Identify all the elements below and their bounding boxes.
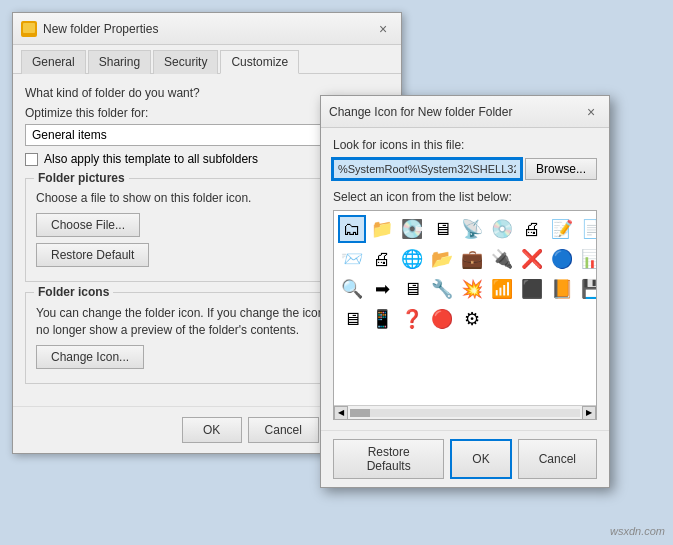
change-icon-dialog: Change Icon for New folder Folder × Look… (320, 95, 610, 488)
tab-sharing[interactable]: Sharing (88, 50, 151, 74)
scroll-left-arrow[interactable]: ◀ (334, 406, 348, 420)
select-icon-label: Select an icon from the list below: (333, 190, 597, 204)
checkbox-label: Also apply this template to all subfolde… (44, 152, 258, 166)
tab-security[interactable]: Security (153, 50, 218, 74)
icon-cell[interactable]: 🌐 (398, 245, 426, 273)
window-title: New folder Properties (43, 22, 158, 36)
icon-cell[interactable]: 🖨 (368, 245, 396, 273)
title-bar-left: New folder Properties (21, 21, 158, 37)
icon-cell[interactable]: 🗂 (338, 215, 366, 243)
icon-cell[interactable]: 📡 (458, 215, 486, 243)
icon-cell[interactable]: 💽 (398, 215, 426, 243)
icon-cell[interactable]: 🔧 (428, 275, 456, 303)
icon-cell[interactable]: 🖥 (338, 305, 366, 333)
icon-cell[interactable]: 📨 (338, 245, 366, 273)
icon-cell[interactable]: 📄 (578, 215, 597, 243)
restore-default-button[interactable]: Restore Default (36, 243, 149, 267)
scroll-right-arrow[interactable]: ▶ (582, 406, 596, 420)
file-path-input[interactable] (333, 159, 521, 179)
tabs-bar: General Sharing Security Customize (13, 45, 401, 74)
icon-cell[interactable]: 💥 (458, 275, 486, 303)
title-bar: New folder Properties × (13, 13, 401, 45)
icons-grid: 🗂📁💽🖥📡💿🖨📝📄📨🖨🌐📂💼🔌❌🔵📊🔍➡🖥🔧💥📶⬛📙💾🖥📱❓🔴⚙ (334, 211, 596, 337)
subfolders-checkbox[interactable] (25, 153, 38, 166)
tab-customize[interactable]: Customize (220, 50, 299, 74)
optimize-value: General items (32, 128, 107, 142)
icon-cell[interactable]: 📙 (548, 275, 576, 303)
icon-cell[interactable]: 📂 (428, 245, 456, 273)
dialog-title-bar: Change Icon for New folder Folder × (321, 96, 609, 128)
icon-cell[interactable]: ⚙ (458, 305, 486, 333)
icon-cell[interactable]: 📊 (578, 245, 597, 273)
ok-button[interactable]: OK (182, 417, 242, 443)
icon-cell[interactable]: 🔵 (548, 245, 576, 273)
look-for-label: Look for icons in this file: (333, 138, 597, 152)
dialog-cancel-button[interactable]: Cancel (518, 439, 597, 479)
dialog-ok-button[interactable]: OK (450, 439, 511, 479)
icon-cell[interactable]: ➡ (368, 275, 396, 303)
file-path-row: Browse... (333, 158, 597, 180)
choose-file-button[interactable]: Choose File... (36, 213, 140, 237)
icon-cell[interactable]: 🔌 (488, 245, 516, 273)
icon-cell[interactable]: 📁 (368, 215, 396, 243)
dialog-content: Look for icons in this file: Browse... S… (321, 128, 609, 430)
icon-cell[interactable]: 🔍 (338, 275, 366, 303)
icons-grid-container: 🗂📁💽🖥📡💿🖨📝📄📨🖨🌐📂💼🔌❌🔵📊🔍➡🖥🔧💥📶⬛📙💾🖥📱❓🔴⚙ ◀ ▶ (333, 210, 597, 420)
folder-icons-title: Folder icons (34, 285, 113, 299)
icon-cell[interactable]: ❌ (518, 245, 546, 273)
folder-title-icon (21, 21, 37, 37)
icon-cell[interactable]: ⬛ (518, 275, 546, 303)
scroll-thumb[interactable] (350, 409, 370, 417)
browse-button[interactable]: Browse... (525, 158, 597, 180)
folder-pictures-title: Folder pictures (34, 171, 129, 185)
cancel-button[interactable]: Cancel (248, 417, 319, 443)
icon-cell[interactable]: 🖥 (428, 215, 456, 243)
dialog-buttons: Restore Defaults OK Cancel (321, 430, 609, 487)
icon-cell[interactable]: 💾 (578, 275, 597, 303)
icon-cell[interactable]: 💿 (488, 215, 516, 243)
icon-cell[interactable]: 📱 (368, 305, 396, 333)
icon-cell[interactable]: 📝 (548, 215, 576, 243)
icon-cell[interactable]: 📶 (488, 275, 516, 303)
change-icon-button[interactable]: Change Icon... (36, 345, 144, 369)
horizontal-scrollbar[interactable]: ◀ ▶ (334, 405, 596, 419)
scroll-track[interactable] (350, 409, 580, 417)
icon-cell[interactable]: 🔴 (428, 305, 456, 333)
restore-defaults-button[interactable]: Restore Defaults (333, 439, 444, 479)
icon-cell[interactable]: 💼 (458, 245, 486, 273)
tab-general[interactable]: General (21, 50, 86, 74)
watermark: wsxdn.com (610, 525, 665, 537)
icon-cell[interactable]: 🖨 (518, 215, 546, 243)
icon-cell[interactable]: ❓ (398, 305, 426, 333)
icon-cell[interactable]: 🖥 (398, 275, 426, 303)
window-close-button[interactable]: × (373, 19, 393, 39)
dialog-title: Change Icon for New folder Folder (329, 105, 512, 119)
dialog-close-button[interactable]: × (581, 102, 601, 122)
